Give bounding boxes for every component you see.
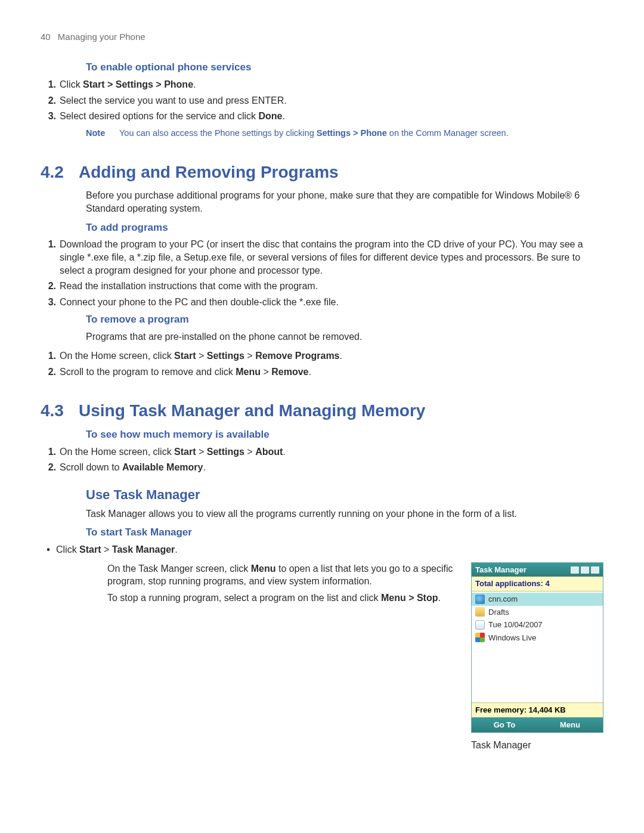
step-text: Connect your phone to the PC and then do… (60, 296, 603, 309)
task-manager-description: On the Task Manger screen, click Menu to… (107, 562, 460, 608)
task-manager-row: On the Task Manger screen, click Menu to… (107, 562, 603, 752)
step-number: 2. (41, 280, 60, 293)
step-number: 1. (41, 349, 60, 363)
text: Scroll to the program to remove and clic… (60, 367, 236, 377)
step-number: 2. (41, 94, 60, 107)
step-row: 2. Scroll to the program to remove and c… (41, 366, 603, 379)
step-text: Read the installation instructions that … (60, 280, 603, 293)
ie-icon (475, 594, 485, 604)
page-number: 40 (41, 32, 51, 42)
step-row: 1. Click Start > Settings > Phone. (41, 78, 603, 91)
tm-item-label: cnn.com (488, 594, 518, 605)
text: . (283, 111, 285, 121)
step-row: 1. On the Home screen, click Start > Set… (41, 349, 603, 363)
bullet-icon: • (41, 543, 56, 556)
step-number: 2. (41, 461, 60, 474)
steps-remove-program: 1. On the Home screen, click Start > Set… (41, 349, 603, 378)
tm-titlebar: Task Manager (472, 563, 603, 577)
status-icon (581, 566, 589, 574)
step-row: 3. Connect your phone to the PC and then… (41, 296, 603, 309)
folder-icon (475, 607, 485, 617)
tm-list-item[interactable]: Windows Live (472, 631, 603, 645)
document-page: 40 Managing your Phone To enable optiona… (0, 0, 644, 833)
text: . (340, 351, 342, 361)
text: . (438, 593, 440, 603)
bold-text: Start > Settings > Phone (83, 79, 193, 89)
step-text: Click Start > Settings > Phone. (60, 78, 603, 91)
tm-title: Task Manager (475, 565, 527, 575)
softkey-left[interactable]: Go To (472, 717, 537, 733)
note-text: You can also access the Phone settings b… (119, 128, 509, 140)
text: > (196, 351, 207, 361)
text: On the Home screen, click (60, 447, 174, 457)
bold-text: Task Manager (112, 544, 175, 555)
screenshot-caption: Task Manager (471, 739, 603, 752)
step-text: Select the service you want to use and p… (60, 94, 603, 107)
step-number: 1. (41, 445, 60, 459)
subheading-remove-program: To remove a program (86, 313, 603, 327)
text: Select desired options for the service a… (60, 111, 259, 121)
bold-text: Done (259, 111, 283, 121)
step-number: 3. (41, 110, 60, 123)
section-number: 4.3 (41, 400, 79, 422)
tm-softkeys: Go To Menu (472, 717, 603, 733)
step-row: 2. Select the service you want to use an… (41, 94, 603, 107)
windows-flag-icon (475, 633, 485, 642)
tm-item-label: Tue 10/04/2007 (488, 620, 543, 630)
section-number: 4.2 (41, 161, 79, 184)
step-text: Download the program to your PC (or inse… (60, 238, 603, 277)
bullet-row: • Click Start > Task Manager. (41, 543, 603, 556)
step-number: 1. (41, 78, 60, 91)
step-text: Scroll to the program to remove and clic… (60, 366, 603, 379)
bold-text: Remove Programs (255, 351, 339, 361)
tm-free-memory: Free memory: 14,404 KB (472, 702, 603, 717)
text: On the Task Manger screen, click (107, 563, 251, 574)
steps-add-programs: 1. Download the program to your PC (or i… (41, 238, 603, 308)
tm-list-item[interactable]: cnn.com (472, 593, 603, 606)
tm-item-label: Windows Live (488, 633, 536, 643)
calendar-icon (475, 620, 485, 630)
status-icon (571, 566, 579, 574)
text: You can also access the Phone settings b… (119, 128, 317, 138)
use-tm-intro: Task Manager allows you to view all the … (86, 507, 603, 521)
text: To stop a running program, select a prog… (107, 593, 381, 603)
running-title: Managing your Phone (58, 32, 145, 42)
bold-text: Available Memory (122, 462, 203, 472)
step-text: On the Home screen, click Start > Settin… (60, 445, 603, 459)
step-row: 1. On the Home screen, click Start > Set… (41, 445, 603, 459)
text: On the Home screen, click (60, 351, 174, 361)
bullet-start-tm: • Click Start > Task Manager. (41, 543, 603, 556)
softkey-right[interactable]: Menu (537, 717, 603, 733)
remove-intro: Programs that are pre-installed on the p… (86, 330, 603, 343)
text: . (283, 447, 285, 457)
bold-text: Start (79, 544, 101, 555)
tm-list-item[interactable]: Drafts (472, 606, 603, 619)
text: > (101, 544, 112, 555)
text: . (203, 462, 205, 472)
bold-text: Settings (207, 351, 244, 361)
text: . (309, 367, 311, 377)
note-label: Note (86, 128, 119, 140)
bold-text: Start (174, 447, 196, 457)
step-number: 2. (41, 366, 60, 379)
status-icons (571, 566, 599, 574)
device-frame: Task Manager Total applications: 4 cnn.c… (471, 562, 603, 733)
bold-text: Menu (251, 563, 276, 574)
subheading-enable-services: To enable optional phone services (86, 61, 603, 75)
bullet-text: Click Start > Task Manager. (56, 543, 603, 556)
tm-total-apps: Total applications: 4 (472, 577, 603, 592)
bold-text: Settings > Phone (317, 128, 387, 138)
bold-text: Menu > Stop (381, 593, 438, 603)
step-row: 3. Select desired options for the servic… (41, 110, 603, 123)
tm-list-item[interactable]: Tue 10/04/2007 (472, 618, 603, 631)
step-number: 1. (41, 238, 60, 277)
text: . (193, 79, 196, 89)
step-text: Scroll down to Available Memory. (60, 461, 603, 474)
step-text: On the Home screen, click Start > Settin… (60, 349, 603, 363)
text: Click (56, 544, 79, 555)
text: Scroll down to (60, 462, 122, 472)
text: on the Comm Manager screen. (387, 128, 509, 138)
tm-para-2: To stop a running program, select a prog… (107, 592, 460, 605)
steps-memory: 1. On the Home screen, click Start > Set… (41, 445, 603, 474)
section-heading-4-3: 4.3 Using Task Manager and Managing Memo… (41, 400, 603, 422)
